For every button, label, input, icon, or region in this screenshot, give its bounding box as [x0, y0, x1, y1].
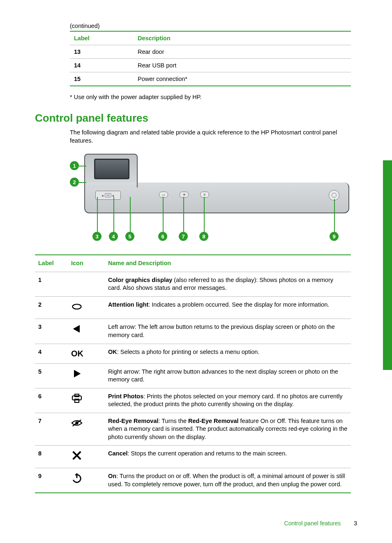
blank-icon — [68, 272, 105, 296]
callout-3: 3 — [92, 232, 101, 241]
attention-light-icon — [68, 296, 105, 319]
table-row: 2Attention light: Indicates a problem oc… — [35, 296, 351, 319]
red-eye-icon — [68, 413, 105, 446]
intro-paragraph: The following diagram and related table … — [70, 129, 357, 145]
row-description: Right arrow: The right arrow button adva… — [105, 363, 351, 388]
table-row: 4OKOK: Selects a photo for printing or s… — [35, 344, 351, 363]
t1-r2-label: 15 — [70, 72, 134, 86]
continued-label: (continued) — [70, 23, 357, 29]
row-label: 9 — [35, 468, 68, 493]
footnote: * Use only with the power adapter suppli… — [70, 94, 357, 100]
table-row: 3Left arrow: The left arrow button retur… — [35, 319, 351, 344]
row-description: Print Photos: Prints the photos selected… — [105, 388, 351, 413]
table-row: 6Print Photos: Prints the photos selecte… — [35, 388, 351, 413]
table-row: 14 Rear USB port — [70, 59, 351, 72]
t2-header-label: Label — [35, 255, 68, 272]
row-label: 7 — [35, 413, 68, 446]
power-icon — [68, 468, 105, 493]
panel-top — [84, 154, 138, 187]
t1-r1-label: 14 — [70, 59, 134, 72]
t1-r0-label: 13 — [70, 45, 134, 59]
ok-icon: OK — [68, 344, 105, 363]
row-label: 8 — [35, 446, 68, 468]
table-row: 8Cancel: Stops the current operation and… — [35, 446, 351, 468]
callout-9: 9 — [330, 232, 339, 241]
callout-1: 1 — [70, 161, 79, 170]
print-photos-icon — [68, 388, 105, 413]
row-description: Red-Eye Removal: Turns the Red-Eye Remov… — [105, 413, 351, 446]
t1-header-desc: Description — [134, 31, 351, 45]
row-label: 3 — [35, 319, 68, 344]
left-arrow-icon — [68, 319, 105, 344]
t2-header-icon: Icon — [68, 255, 105, 272]
row-description: Left arrow: The left arrow button return… — [105, 319, 351, 344]
table-row: 7Red-Eye Removal: Turns the Red-Eye Remo… — [35, 413, 351, 446]
t1-header-label: Label — [70, 31, 134, 45]
row-label: 1 — [35, 272, 68, 296]
callout-6: 6 — [158, 232, 167, 241]
callout-8: 8 — [199, 232, 208, 241]
callout-7: 7 — [179, 232, 188, 241]
t1-r2-desc: Power connection* — [134, 72, 351, 86]
display-screen-icon — [94, 159, 129, 179]
right-arrow-icon — [68, 363, 105, 388]
row-label: 5 — [35, 363, 68, 388]
side-tab: Overview — [383, 160, 392, 370]
callout-4: 4 — [109, 232, 118, 241]
table-row: 15 Power connection* — [70, 72, 351, 86]
t1-r0-desc: Rear door — [134, 45, 351, 59]
row-description: Attention light: Indicates a problem occ… — [105, 296, 351, 319]
table-row: 5Right arrow: The right arrow button adv… — [35, 363, 351, 388]
svg-point-0 — [73, 304, 81, 309]
control-panel-diagram: ◀OK▶ ▭ 👁 ✕ 1 2 3 4 5 6 7 8 9 — [70, 154, 349, 242]
row-label: 6 — [35, 388, 68, 413]
table-row: 9On: Turns the product on or off. When t… — [35, 468, 351, 493]
redeye-button-icon: 👁 — [180, 192, 189, 198]
row-description: Cancel: Stops the current operation and … — [105, 446, 351, 468]
page-number: 3 — [354, 520, 357, 527]
rear-parts-table: Label Description 13 Rear door 14 Rear U… — [70, 31, 351, 86]
cancel-button-icon: ✕ — [200, 192, 209, 198]
page-footer: Control panel features 3 — [284, 520, 357, 527]
section-heading: Control panel features — [35, 112, 357, 125]
callout-5: 5 — [125, 232, 134, 241]
print-button-icon: ▭ — [159, 192, 168, 198]
row-label: 2 — [35, 296, 68, 319]
row-label: 4 — [35, 344, 68, 363]
dpad-icon: ◀OK▶ — [95, 191, 121, 200]
control-panel-table: Label Icon Name and Description 1Color g… — [35, 254, 351, 493]
table-row: 13 Rear door — [70, 45, 351, 59]
callout-2: 2 — [70, 178, 79, 187]
cancel-icon — [68, 446, 105, 468]
table-row: 1Color graphics display (also referred t… — [35, 272, 351, 296]
row-description: Color graphics display (also referred to… — [105, 272, 351, 296]
t1-r1-desc: Rear USB port — [134, 59, 351, 72]
row-description: On: Turns the product on or off. When th… — [105, 468, 351, 493]
row-description: OK: Selects a photo for printing or sele… — [105, 344, 351, 363]
footer-title: Control panel features — [284, 520, 341, 527]
t2-header-desc: Name and Description — [105, 255, 351, 272]
